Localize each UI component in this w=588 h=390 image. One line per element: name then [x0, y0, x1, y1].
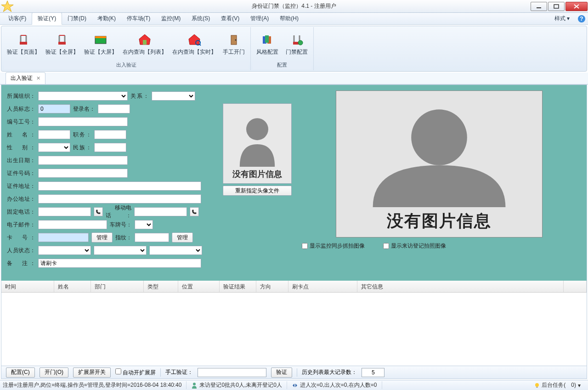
minimize-button[interactable]	[531, 2, 547, 11]
label-login: 登录名：	[73, 105, 95, 113]
label-id-no: 证件号码：	[7, 170, 35, 177]
col-time[interactable]: 时间	[1, 281, 54, 292]
open-door-button[interactable]: 开门(O)	[40, 367, 68, 378]
label-mobile: 移动电话：	[106, 204, 131, 220]
menu-door[interactable]: 门禁(D)	[62, 13, 92, 24]
input-fp[interactable]	[135, 233, 169, 242]
col-dir[interactable]: 方向	[256, 281, 288, 292]
ribbon-query-realtime[interactable]: 在内查询【实时】	[170, 28, 219, 61]
col-name[interactable]: 姓名	[54, 281, 91, 292]
col-dept[interactable]: 部门	[91, 281, 144, 292]
label-id-addr: 证件地址：	[7, 182, 35, 190]
col-result[interactable]: 验证结果	[220, 281, 256, 292]
label-post: 职务：	[73, 131, 91, 139]
ext-screen-button[interactable]: 扩展屏开关	[73, 367, 111, 378]
menu-visitor[interactable]: 访客(F)	[3, 13, 32, 24]
photo-box: 没有图片信息 重新指定头像文件	[223, 103, 292, 272]
person-silhouette-big-icon	[352, 102, 526, 207]
fp-manage-button[interactable]: 管理	[172, 232, 193, 243]
label-email: 电子邮件：	[7, 221, 35, 229]
menu-manage[interactable]: 管理(A)	[245, 13, 274, 24]
select-relation[interactable]	[152, 91, 195, 101]
mobile-phone-icon[interactable]	[190, 207, 199, 216]
auto-ext-checkbox[interactable]	[115, 368, 121, 374]
input-post[interactable]	[94, 130, 126, 139]
reassign-photo-button[interactable]: 重新指定头像文件	[223, 186, 292, 196]
select-status1[interactable]	[38, 246, 91, 255]
grid-body[interactable]	[1, 293, 587, 366]
verify-button[interactable]: 验证	[271, 367, 292, 378]
check-show-visitor[interactable]: 显示来访登记拍照图像	[383, 242, 446, 250]
input-birth[interactable]	[38, 156, 128, 165]
input-tel[interactable]	[38, 207, 91, 216]
input-nation[interactable]	[94, 143, 126, 152]
svg-point-31	[193, 383, 196, 385]
menubar: 访客(F) 验证(Y) 门禁(D) 考勤(K) 停车场(T) 监控(M) 系统(…	[0, 13, 588, 25]
input-card[interactable]	[38, 233, 89, 242]
select-status2[interactable]	[94, 246, 147, 255]
ribbon-manual-open[interactable]: 手工开门	[219, 28, 249, 61]
ribbon: 验证【页面】 验证【全屏】 验证【大屏】 在内查询【列表】 在内查询【实时】 手…	[1, 26, 587, 72]
close-button[interactable]	[565, 2, 588, 11]
svg-rect-16	[143, 40, 147, 45]
auto-ext-label[interactable]: 自动开扩展屏	[115, 368, 156, 377]
menu-parking[interactable]: 停车场(T)	[121, 13, 156, 24]
check-show-monitor-box[interactable]	[302, 243, 308, 249]
select-gender[interactable]	[38, 143, 70, 152]
input-emp-no[interactable]	[38, 117, 128, 126]
status-visitor: 来访登记0批共0人,未离开登记0人	[199, 381, 282, 389]
ribbon-group-config-label: 配置	[253, 61, 311, 69]
menu-monitor[interactable]: 监控(M)	[156, 13, 186, 24]
hist-input[interactable]	[362, 368, 384, 377]
ribbon-style-config[interactable]: 风格配置	[253, 28, 282, 61]
col-pos[interactable]: 位置	[178, 281, 220, 292]
input-id-addr[interactable]	[38, 181, 201, 191]
select-org[interactable]	[38, 91, 128, 101]
ribbon-verify-full[interactable]: 验证【全屏】	[43, 28, 81, 61]
ribbon-door-config[interactable]: 门禁配置	[282, 28, 311, 61]
manual-verify-input[interactable]	[198, 368, 266, 377]
select-status3[interactable]	[149, 246, 202, 255]
input-remark[interactable]	[38, 259, 201, 268]
menu-attendance[interactable]: 考勤(K)	[92, 13, 121, 24]
tab-close-icon[interactable]: ✕	[36, 75, 40, 81]
menu-view[interactable]: 查看(V)	[215, 13, 245, 24]
app-star-icon	[1, 0, 14, 13]
svg-point-30	[411, 109, 467, 165]
input-name[interactable]	[38, 130, 70, 139]
input-id-no[interactable]	[38, 169, 128, 178]
menu-verify[interactable]: 验证(Y)	[32, 12, 62, 25]
label-tel: 固定电话：	[7, 208, 35, 216]
menu-style[interactable]: 样式 ▾	[549, 13, 575, 24]
ribbon-verify-big[interactable]: 验证【大屏】	[81, 28, 120, 61]
ribbon-verify-page[interactable]: 验证【页面】	[4, 28, 43, 61]
check-show-visitor-box[interactable]	[383, 243, 389, 249]
checkbox-row: 显示监控同步抓拍图像 显示来访登记拍照图像	[297, 237, 581, 250]
config-button[interactable]: 配置(C)	[6, 367, 35, 378]
select-plate[interactable]	[135, 220, 153, 229]
svg-rect-5	[20, 42, 27, 45]
label-birth: 出生日期：	[7, 157, 35, 164]
input-email[interactable]	[38, 220, 107, 229]
maximize-button[interactable]	[548, 2, 565, 11]
input-login[interactable]	[98, 104, 130, 113]
card-manage-button[interactable]: 管理	[91, 232, 113, 243]
svg-rect-33	[536, 387, 538, 388]
menu-help[interactable]: 帮助(H)	[274, 13, 304, 24]
ribbon-query-list[interactable]: 在内查询【列表】	[120, 28, 170, 61]
col-type[interactable]: 类型	[144, 281, 178, 292]
input-office-addr[interactable]	[38, 194, 201, 203]
col-reader[interactable]: 刷卡点	[288, 281, 357, 292]
input-mobile[interactable]	[134, 207, 187, 216]
col-other[interactable]: 其它信息	[357, 281, 564, 292]
menu-system[interactable]: 系统(S)	[186, 13, 215, 24]
chevron-down-icon[interactable]: ▾	[578, 382, 581, 389]
check-show-monitor[interactable]: 显示监控同步抓拍图像	[302, 242, 365, 250]
svg-point-29	[246, 118, 268, 140]
tel-phone-icon[interactable]	[94, 207, 103, 216]
svg-point-32	[535, 383, 539, 387]
input-person-id[interactable]	[38, 104, 70, 113]
tab-label: 出入验证	[11, 74, 33, 82]
tab-verify[interactable]: 出入验证 ✕	[6, 72, 45, 84]
help-icon[interactable]: ?	[578, 15, 585, 23]
